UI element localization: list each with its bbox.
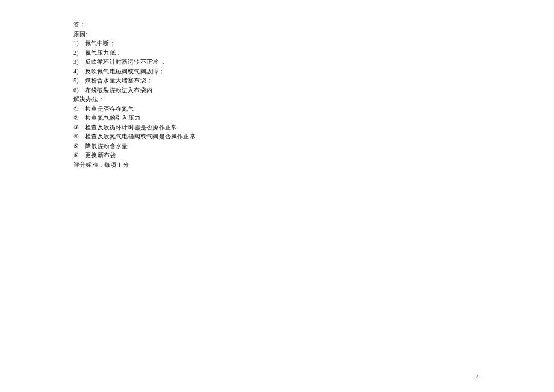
reason-text: 反吹循环计时器运转不正常 ；: [85, 58, 166, 65]
reason-item: 2)氮气压力低；: [73, 48, 409, 58]
solution-item: ⑥更换新布袋: [73, 151, 409, 160]
scoring-criteria: 评分标准：每项 1 分: [73, 160, 409, 170]
solution-num: ⑤: [73, 142, 79, 151]
solution-text: 检查反吹氮气电磁阀或气阀是否操作正常: [85, 133, 196, 140]
reason-text: 氮气压力低；: [85, 49, 122, 56]
reason-num: 2): [73, 48, 79, 58]
reason-item: 1)氮气中断；: [73, 39, 409, 48]
reason-item: 4)反吹氮气电磁阀或气阀故障；: [73, 67, 409, 76]
solution-num: ②: [73, 113, 79, 123]
answer-label: 答：: [73, 20, 409, 30]
reason-num: 5): [73, 76, 79, 86]
reason-item: 3)反吹循环计时器运转不正常 ；: [73, 57, 409, 67]
solution-item: ②检查氮气的引入压力: [73, 113, 409, 123]
reason-item: 5)煤粉含水量大堵塞布袋；: [73, 76, 409, 86]
solution-text: 检查氮气的引入压力: [85, 114, 140, 121]
solution-item: ①检查是否存在氮气: [73, 104, 409, 114]
reason-item: 6)布袋破裂煤粉进入布袋内: [73, 86, 409, 95]
solution-num: ④: [73, 132, 79, 142]
solution-item: ⑤降低煤粉含水量: [73, 142, 409, 151]
reason-text: 氮气中断；: [85, 40, 116, 46]
reason-text: 反吹氮气电磁阀或气阀故障；: [85, 68, 165, 75]
solution-num: ③: [73, 123, 79, 132]
solution-text: 检查是否存在氮气: [85, 105, 134, 112]
solution-text: 更换新布袋: [85, 152, 116, 158]
reason-num: 3): [73, 57, 79, 67]
reason-num: 4): [73, 67, 79, 76]
reason-num: 6): [73, 86, 79, 95]
reason-text: 煤粉含水量大堵塞布袋；: [85, 77, 152, 84]
solution-item: ④检查反吹氮气电磁阀或气阀是否操作正常: [73, 132, 409, 142]
reason-label: 原因:: [73, 30, 409, 39]
solution-text: 检查反吹循环计时器是否操作正常: [85, 124, 177, 131]
page-number: 2: [476, 373, 479, 381]
document-content: 答： 原因: 1)氮气中断； 2)氮气压力低； 3)反吹循环计时器运转不正常 ；…: [0, 0, 409, 169]
reason-num: 1): [73, 39, 79, 48]
reason-text: 布袋破裂煤粉进入布袋内: [85, 87, 152, 93]
solution-num: ①: [73, 104, 79, 114]
solution-label: 解决办法：: [73, 95, 409, 104]
solution-num: ⑥: [73, 151, 79, 160]
solution-item: ③检查反吹循环计时器是否操作正常: [73, 123, 409, 132]
solution-text: 降低煤粉含水量: [85, 143, 128, 149]
